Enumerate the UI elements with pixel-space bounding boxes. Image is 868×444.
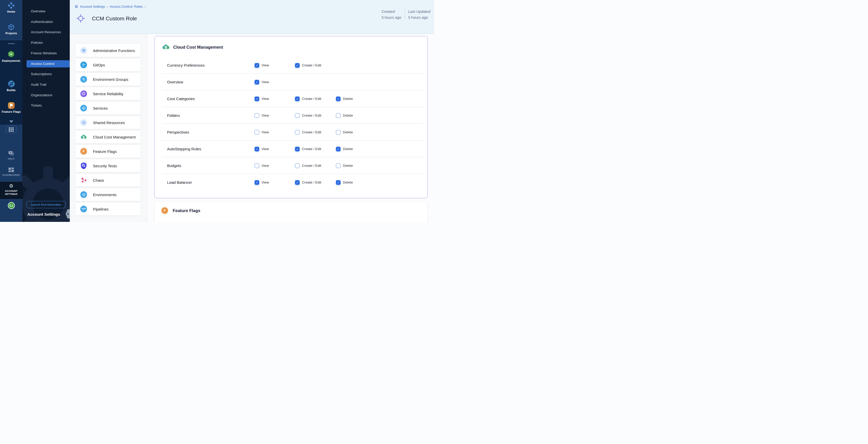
resource-name: Cost Categories [167,90,195,107]
folders-view-checkbox[interactable] [255,113,259,118]
module-item-gitops[interactable]: GitOps [75,58,141,71]
sidebar-title: Account Settings [27,212,60,217]
resource-name: Currency Preferences [167,57,205,74]
perspectives-view-checkbox[interactable] [255,130,259,135]
permission-view: ✓View [255,90,269,107]
permission-label: View [261,181,269,184]
sidebar-item-policies[interactable]: Policies [22,39,70,46]
module-item-label: Service Reliability [93,87,123,100]
rail-item-feature-flags[interactable]: Feature Flags [0,102,22,113]
module-item-chaos[interactable]: Chaos [75,174,141,187]
sidebar-item-organizations[interactable]: Organizations [22,92,70,99]
permission-view: ✓View [255,140,269,157]
overview-view-checkbox[interactable]: ✓ [255,80,259,85]
currency-preferences-view-checkbox[interactable]: ✓ [255,63,259,68]
module-list-column: ⚙Administrative FunctionsGitOpsEnvironme… [70,34,147,222]
currency-preferences-create-edit-checkbox[interactable]: ✓ [295,63,300,68]
folders-create-edit-checkbox[interactable] [295,113,300,118]
page-title: CCM Custom Role [92,15,137,22]
rail-item-dashboards[interactable]: DASHBOARDS [0,167,22,176]
module-item-environments[interactable]: Environments [75,188,141,201]
perspectives-delete-checkbox[interactable] [336,130,341,135]
rail-item-account-settings[interactable]: ⚙ ACCOUNT SETTINGS [0,184,22,196]
dashboards-icon [0,167,22,173]
rail-item-help[interactable]: ? HELP [0,151,22,160]
cost-categories-view-checkbox[interactable]: ✓ [255,97,259,101]
module-item-environment-groups[interactable]: Environment Groups [75,73,141,86]
rail-item-label: Feature Flags [0,110,22,113]
breadcrumb-account-settings[interactable]: Account Settings [80,5,105,8]
breadcrumb-access-control-roles[interactable]: Access Control: Roles [110,5,143,8]
account-settings-gear-icon: ⚙ [0,184,22,188]
module-item-security-tests[interactable]: Security Tests [75,159,141,172]
sidebar-item-account-resources[interactable]: Account Resources [22,29,70,36]
load-balancer-delete-checkbox[interactable]: ✓ [336,180,341,185]
module-item-label: Shared Resources [93,116,125,129]
user-avatar[interactable]: CJ [8,202,15,209]
module-grid-button[interactable] [6,126,17,133]
meta-divider [405,9,405,19]
sidebar-item-overview[interactable]: Overview [22,8,70,15]
rail-item-projects[interactable]: Projects [0,24,22,35]
budgets-create-edit-checkbox[interactable] [295,163,300,168]
module-item-label: Security Tests [93,159,117,172]
rail-item-label: ACCOUNT SETTINGS [3,189,20,196]
role-meta: Created 5 hours ago Last Updated 5 hours… [381,9,430,21]
sidebar-item-authentication[interactable]: Authentication [22,18,70,26]
sidebar-item-subscriptions[interactable]: Subscriptions [22,70,70,78]
svg-text:$: $ [164,45,167,50]
resource-name: Perspectives [167,124,189,140]
sidebar-item-tickets[interactable]: Tickets [22,102,70,109]
rail-item-deployments[interactable]: ∞ Deployments [0,51,22,62]
module-item-administrative-functions[interactable]: ⚙Administrative Functions [75,44,141,57]
content-area: ⚙Administrative FunctionsGitOpsEnvironme… [70,34,434,222]
permission-label: Create / Edit [302,63,321,67]
breadcrumb-gear-icon: ⚙ [75,5,78,8]
rail-item-label: Deployments [0,59,22,62]
sidebar-collapse-handle[interactable]: ◀ [66,209,70,219]
budgets-delete-checkbox[interactable] [336,163,341,168]
load-balancer-view-checkbox[interactable]: ✓ [255,180,259,185]
perspectives-create-edit-checkbox[interactable] [295,130,300,135]
sidebar-item-access-control[interactable]: Access Control [27,60,70,67]
permission-view: View [255,157,269,174]
collapse-arrow-icon: ◀ [67,213,69,215]
module-item-shared-resources[interactable]: Shared Resources [75,116,141,129]
module-item-services[interactable]: Services [75,102,141,115]
load-balancer-create-edit-checkbox[interactable]: ✓ [295,180,300,185]
sidebar-item-freeze-windows[interactable]: Freeze Windows [22,50,70,57]
cost-categories-create-edit-checkbox[interactable]: ✓ [295,97,300,101]
home-icon [0,2,22,9]
permission-row-budgets: BudgetsViewCreate / EditDelete [155,157,427,174]
rail-item-builds[interactable]: Builds [0,80,22,92]
last-updated-block: Last Updated 5 hours ago [408,9,430,21]
pipelines-icon [80,205,87,212]
module-item-service-reliability[interactable]: Service Reliability [75,87,141,100]
created-value: 5 hours ago [381,15,401,21]
deployments-icon: ∞ [0,51,22,58]
sidebar-item-audit-trail[interactable]: Audit Trail [22,81,70,88]
permission-create-edit: ✓Create / Edit [295,90,321,107]
module-item-label: Feature Flags [93,145,117,158]
module-item-feature-flags[interactable]: Feature Flags [75,145,141,158]
chevron-down-icon[interactable] [9,121,13,123]
permission-label: Create / Edit [302,147,321,151]
launch-first-generation-button[interactable]: Launch First Generation [27,201,66,208]
autostopping-rules-view-checkbox[interactable]: ✓ [255,147,259,151]
permission-create-edit: ✓Create / Edit [295,57,321,74]
permission-create-edit: Create / Edit [295,157,321,174]
autostopping-rules-delete-checkbox[interactable]: ✓ [336,147,341,151]
last-updated-value: 5 hours ago [408,15,430,21]
folders-delete-checkbox[interactable] [336,113,341,118]
permission-label: Create / Edit [302,130,321,134]
rail-item-home[interactable]: Home [0,2,22,13]
cost-categories-delete-checkbox[interactable]: ✓ [336,97,341,101]
module-item-pipelines[interactable]: Pipelines [75,202,141,216]
account-settings-sidebar: OverviewAuthenticationAccount ResourcesP… [22,0,70,222]
permission-view: View [255,124,269,140]
autostopping-rules-create-edit-checkbox[interactable]: ✓ [295,147,300,151]
module-item-cloud-cost-management[interactable]: $Cloud Cost Management [75,130,141,144]
budgets-view-checkbox[interactable] [255,163,259,168]
builds-icon [0,80,22,88]
panel-title: Feature Flags [173,208,200,213]
